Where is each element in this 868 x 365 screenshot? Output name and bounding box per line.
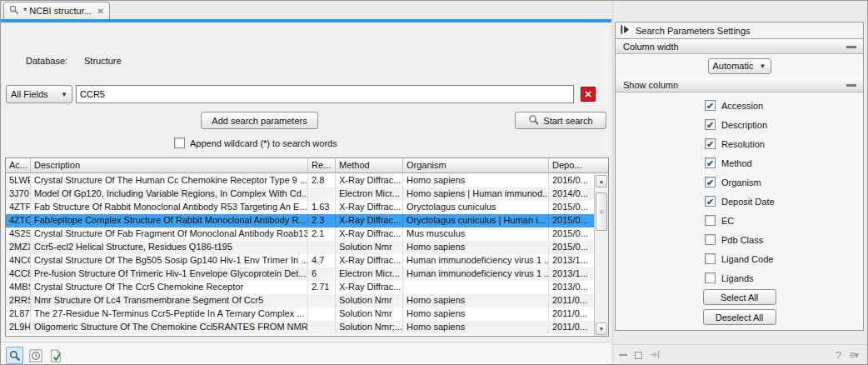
table-row-2L9H[interactable]: 2L9HOligomeric Structure Of The Chemokin… [6, 321, 594, 334]
cell-organism [403, 281, 549, 294]
checkbox-unchecked[interactable] [705, 272, 716, 283]
column-width-group-header[interactable]: Column width [616, 39, 863, 54]
cell-desc: Crystal Structure Of Fab Fragment Of Mon… [31, 228, 308, 241]
checkbox-checked[interactable]: ✔ [705, 196, 716, 207]
cell-deposit: 2015/0... [549, 201, 594, 214]
search-editor-panel: * NCBI structur... ✕ Database: Structure… [1, 1, 611, 365]
scroll-down-icon[interactable]: ▼ [596, 322, 607, 335]
scrollbar-thumb[interactable]: ≡ [596, 192, 607, 231]
start-search-label: Start search [543, 116, 592, 126]
save-view-settings-icon[interactable]: ≡▾ [849, 349, 858, 361]
help-icon[interactable]: ? [836, 349, 841, 362]
cell-organism: Homo sapiens [403, 241, 549, 254]
column-header-desc[interactable]: Description [31, 158, 308, 172]
table-scrollbar[interactable]: ▲ ≡ ▼ [594, 174, 608, 336]
table-row-4ZTO[interactable]: 4ZTOFab/epitope Complex Structure Of Rab… [6, 214, 594, 228]
dock-panel-icon[interactable] [650, 350, 660, 361]
search-icon [9, 5, 19, 17]
side-panel-header[interactable]: Search Parameters Settings [615, 22, 864, 39]
field-scope-dropdown[interactable]: All Fields ▼ [6, 85, 72, 103]
column-toggle-pdb-class[interactable]: Pdb Class [705, 232, 863, 248]
collapse-group-icon[interactable] [846, 46, 856, 48]
side-panel: Search Parameters Settings Column width … [614, 1, 868, 365]
history-view-button[interactable] [27, 347, 44, 364]
checkbox-checked[interactable]: ✔ [705, 158, 716, 168]
element-info-view-button[interactable] [47, 347, 64, 364]
checkbox-checked[interactable]: ✔ [705, 138, 716, 149]
remove-search-row-button[interactable]: ✕ [581, 87, 596, 102]
column-header-organism[interactable]: Organism [403, 158, 549, 172]
column-toggle-description[interactable]: ✔Description [705, 117, 863, 132]
tab-close-icon[interactable]: ✕ [97, 7, 104, 16]
column-toggle-deposit-date[interactable]: ✔Deposit Date [705, 193, 863, 209]
column-width-dropdown[interactable]: Automatic ▼ [708, 58, 771, 74]
collapse-group-icon[interactable] [846, 84, 856, 87]
cell-deposit: 2013/1... [549, 268, 594, 281]
column-toggle-ligand-code[interactable]: Ligand Code [705, 251, 863, 267]
start-search-button[interactable]: Start search [515, 112, 606, 129]
cell-acc: 2L9H [6, 321, 31, 334]
cell-deposit: 2015/0... [549, 214, 594, 228]
table-row-4CC8[interactable]: 4CC8Pre-fusion Structure Of Trimeric Hiv… [6, 268, 594, 281]
table-row-5LWE[interactable]: 5LWECrystal Structure Of The Human Cc Ch… [6, 174, 594, 188]
scroll-up-icon[interactable]: ▲ [596, 175, 607, 188]
add-search-parameters-button[interactable]: Add search parameters [201, 112, 318, 129]
search-view-button[interactable] [6, 347, 23, 364]
results-table-header[interactable]: Ac...DescriptionRe...MethodOrganismDepo.… [6, 158, 608, 173]
float-panel-icon[interactable] [635, 352, 642, 359]
cell-acc: 4CC8 [6, 268, 31, 281]
cell-res [308, 188, 336, 201]
cell-acc: 4NCO [6, 254, 31, 268]
query-input[interactable] [76, 85, 574, 103]
cell-res [308, 294, 336, 308]
column-header-res[interactable]: Re... [308, 158, 336, 172]
cell-organism: Oryctolagus cuniculus | Human i... [403, 214, 549, 228]
table-row-2L87[interactable]: 2L87The 27-Residue N-Terminus Ccr5-Pepti… [6, 308, 594, 321]
table-row-2MZX[interactable]: 2MZXCcr5-ecl2 Helical Structure, Residue… [6, 241, 594, 254]
column-toggle-accession[interactable]: ✔Accession [705, 98, 863, 113]
checkbox-unchecked[interactable] [705, 215, 716, 226]
column-toggle-ec[interactable]: EC [705, 212, 863, 228]
cell-deposit: 2011/0... [549, 294, 594, 308]
checkbox-checked[interactable]: ✔ [705, 177, 716, 188]
column-header-acc[interactable]: Ac... [6, 158, 31, 172]
deselect-all-button[interactable]: Deselect All [703, 309, 776, 325]
column-toggle-organism[interactable]: ✔Organism [705, 174, 863, 190]
column-toggle-label: EC [721, 216, 734, 226]
column-toggle-resolution[interactable]: ✔Resolution [705, 136, 863, 152]
select-all-button[interactable]: Select All [703, 289, 776, 305]
start-search-icon [528, 114, 539, 127]
column-header-method[interactable]: Method [336, 158, 403, 172]
column-toggle-label: Ligand Code [721, 254, 773, 264]
checkbox-checked[interactable]: ✔ [705, 100, 716, 111]
table-row-4NCO[interactable]: 4NCOCrystal Structure Of The Bg505 Sosip… [6, 254, 594, 268]
column-toggle-label: Resolution [721, 139, 765, 149]
table-row-4S2S[interactable]: 4S2SCrystal Structure Of Fab Fragment Of… [6, 228, 594, 241]
wildcard-checkbox[interactable] [174, 138, 185, 148]
cell-method: X-Ray Diffrac... [336, 174, 403, 188]
column-toggle-method[interactable]: ✔Method [705, 155, 863, 171]
checkbox-unchecked[interactable] [705, 253, 716, 264]
column-toggle-label: Deposit Date [721, 197, 775, 207]
column-header-deposit[interactable]: Depo... [549, 158, 608, 172]
cell-organism: Human immunodeficiency virus 1 ... [403, 268, 549, 281]
checkbox-checked[interactable]: ✔ [705, 119, 716, 130]
show-column-group-header[interactable]: Show column [616, 78, 863, 92]
table-row-3J70[interactable]: 3J70Model Of Gp120, Including Variable R… [6, 188, 594, 201]
cell-desc: Crystal Structure Of The Ccr5 Chemokine … [31, 281, 308, 294]
collapse-panel-icon[interactable] [621, 25, 630, 36]
tab-title: * NCBI structur... [23, 6, 93, 16]
cell-res [308, 241, 336, 254]
table-row-4ZTP[interactable]: 4ZTPFab Structure Of Rabbit Monoclonal A… [6, 201, 594, 214]
table-row-4MBS[interactable]: 4MBSCrystal Structure Of The Ccr5 Chemok… [6, 281, 594, 294]
wildcard-checkbox-row[interactable]: Append wildcard (*) to search words [174, 138, 337, 148]
results-table: Ac...DescriptionRe...MethodOrganismDepo.… [5, 158, 609, 337]
cell-acc: 5LWE [6, 174, 31, 188]
minimize-panel-icon[interactable] [619, 354, 627, 356]
tab-ncbi-structure-search[interactable]: * NCBI structur... ✕ [3, 2, 110, 19]
cell-res: 1.63 [308, 201, 336, 214]
column-toggle-ligands[interactable]: Ligands [705, 270, 863, 286]
table-row-2RRS[interactable]: 2RRSNmr Structure Of Lc4 Transmembrane S… [6, 294, 594, 308]
side-panel-buttons: Select All Deselect All [616, 289, 863, 325]
checkbox-unchecked[interactable] [705, 234, 716, 245]
